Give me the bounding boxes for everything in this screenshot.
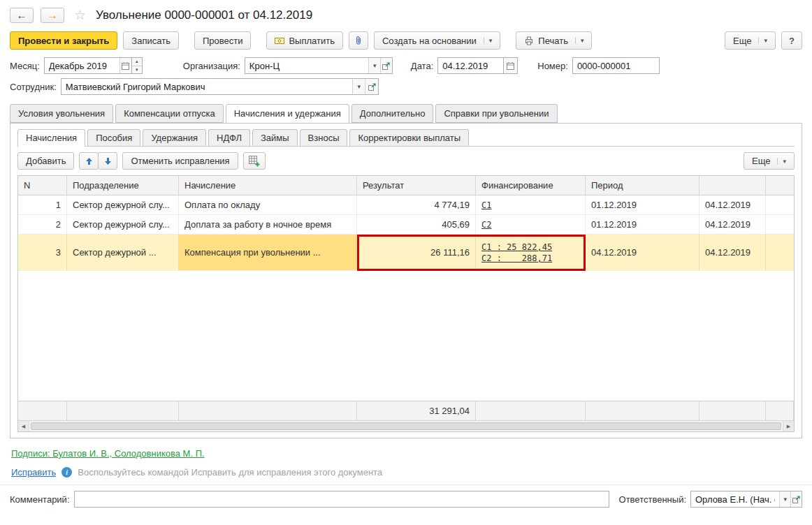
- cancel-corrections-button[interactable]: Отменить исправления: [122, 152, 238, 170]
- attach-button[interactable]: [349, 31, 368, 50]
- tab-vacation-compensation[interactable]: Компенсации отпуска: [115, 104, 224, 123]
- scroll-thumb[interactable]: [31, 422, 781, 430]
- tab-additional[interactable]: Дополнительно: [351, 104, 434, 123]
- subtab-loans[interactable]: Займы: [252, 129, 298, 146]
- financing-link[interactable]: С2 : 288,71: [481, 253, 552, 263]
- date-calendar-button[interactable]: [504, 58, 517, 73]
- cell-result[interactable]: 4 774,19: [357, 195, 476, 214]
- cell-department[interactable]: Сектор дежурной слу...: [67, 195, 179, 214]
- column-header-extra[interactable]: [766, 176, 794, 195]
- table-row[interactable]: 2 Сектор дежурной слу... Доплата за рабо…: [18, 215, 794, 235]
- column-header-n[interactable]: N: [18, 176, 67, 195]
- financing-link[interactable]: С2: [481, 220, 491, 230]
- comment-label: Комментарий:: [10, 494, 70, 505]
- responsible-open-button[interactable]: [790, 491, 802, 507]
- month-input[interactable]: [45, 58, 119, 73]
- subtab-payment-adjustments[interactable]: Корректировки выплаты: [349, 129, 469, 146]
- date-input[interactable]: [438, 58, 503, 73]
- nav-forward-button[interactable]: →: [41, 8, 64, 23]
- column-header-result[interactable]: Результат: [357, 176, 476, 195]
- employee-open-button[interactable]: [365, 79, 377, 94]
- cell-accrual[interactable]: Доплата за работу в ночное время: [179, 215, 357, 234]
- horizontal-scrollbar[interactable]: ◀ ▶: [18, 420, 794, 431]
- fix-hint: Воспользуйтесь командой Исправить для ис…: [78, 467, 382, 478]
- financing-link[interactable]: С1 : 25 822,45: [481, 242, 552, 252]
- cell-period-end[interactable]: 04.12.2019: [699, 215, 766, 234]
- signatures-link[interactable]: Подписи: Булатов И. В., Солодовникова М.…: [11, 448, 205, 459]
- financing-link[interactable]: С1: [481, 200, 491, 210]
- cell-financing[interactable]: С1 : 25 822,45 С2 : 288,71: [476, 235, 586, 270]
- cell-n[interactable]: 1: [18, 195, 67, 214]
- cell-n[interactable]: 2: [18, 215, 67, 234]
- cell-department[interactable]: Сектор дежурной ...: [67, 235, 179, 270]
- fix-link[interactable]: Исправить: [11, 467, 56, 478]
- scroll-left-button[interactable]: ◀: [18, 421, 29, 431]
- cell-period-end[interactable]: 04.12.2019: [699, 235, 766, 270]
- add-button[interactable]: Добавить: [17, 152, 74, 170]
- column-header-period[interactable]: Период: [586, 176, 699, 195]
- column-header-accrual[interactable]: Начисление: [179, 176, 357, 195]
- cell-accrual-selected[interactable]: Компенсация при увольнении ...: [179, 235, 357, 270]
- spinner-up-button[interactable]: ▲: [132, 58, 142, 66]
- subtab-ndfl[interactable]: НДФЛ: [208, 129, 250, 146]
- print-button[interactable]: Печать ▾: [516, 31, 592, 50]
- number-input[interactable]: [573, 58, 659, 73]
- tab-dismissal-certificates[interactable]: Справки при увольнении: [435, 104, 557, 123]
- cell-extra[interactable]: [766, 215, 794, 234]
- organization-input[interactable]: [245, 58, 368, 73]
- change-form-button[interactable]: [243, 152, 266, 170]
- scroll-right-button[interactable]: ▶: [783, 421, 794, 431]
- table-row[interactable]: 1 Сектор дежурной слу... Оплата по оклад…: [18, 195, 794, 215]
- cell-n[interactable]: 3: [18, 235, 67, 270]
- cell-extra[interactable]: [766, 235, 794, 270]
- cell-period-start[interactable]: 01.12.2019: [586, 195, 699, 214]
- cell-financing[interactable]: С2: [476, 215, 586, 234]
- spinner-down-button[interactable]: ▼: [132, 66, 142, 74]
- cell-department[interactable]: Сектор дежурной слу...: [67, 215, 179, 234]
- employee-dropdown-button[interactable]: ▾: [352, 79, 365, 94]
- subtab-benefits[interactable]: Пособия: [87, 129, 140, 146]
- move-down-button[interactable]: [98, 152, 117, 170]
- cell-extra[interactable]: [766, 195, 794, 214]
- month-calendar-button[interactable]: [119, 58, 131, 73]
- post-button[interactable]: Провести: [194, 31, 252, 50]
- responsible-dropdown-button[interactable]: ▾: [779, 491, 790, 507]
- responsible-input[interactable]: [691, 491, 779, 507]
- more-button[interactable]: Еще ▾: [725, 31, 776, 50]
- cell-period-start[interactable]: 04.12.2019: [586, 235, 699, 270]
- cell-period-end[interactable]: 04.12.2019: [699, 195, 766, 214]
- organization-dropdown-button[interactable]: ▾: [368, 58, 380, 73]
- employee-label: Сотрудник:: [10, 82, 57, 92]
- help-button[interactable]: ?: [781, 31, 802, 50]
- cell-result[interactable]: 405,69: [357, 215, 476, 234]
- tab-accruals-deductions[interactable]: Начисления и удержания: [226, 104, 349, 123]
- column-header-department[interactable]: Подразделение: [67, 176, 179, 195]
- create-on-basis-button[interactable]: Создать на основании ▾: [374, 31, 500, 50]
- calendar-icon: [121, 61, 130, 71]
- grid-empty-area[interactable]: [18, 271, 794, 401]
- subtab-deductions[interactable]: Удержания: [143, 129, 206, 146]
- cell-result[interactable]: 26 111,16: [357, 235, 476, 270]
- total-result: 31 291,04: [357, 401, 476, 420]
- favorite-star-icon[interactable]: ☆: [74, 7, 86, 23]
- subtab-accruals[interactable]: Начисления: [17, 129, 85, 146]
- employee-input[interactable]: [61, 79, 352, 94]
- fields-row-2: Сотрудник: ▾: [0, 76, 812, 97]
- tab-dismissal-conditions[interactable]: Условия увольнения: [10, 104, 113, 123]
- post-and-close-button[interactable]: Провести и закрыть: [10, 31, 117, 50]
- write-button[interactable]: Записать: [123, 31, 179, 50]
- column-header-financing[interactable]: Финансирование: [476, 176, 586, 195]
- nav-back-button[interactable]: ←: [10, 8, 34, 23]
- comment-input[interactable]: [75, 491, 609, 507]
- subtab-contributions[interactable]: Взносы: [300, 129, 348, 146]
- pay-button[interactable]: Выплатить: [266, 31, 343, 50]
- cell-period-start[interactable]: 01.12.2019: [586, 215, 699, 234]
- table-row-selected[interactable]: 3 Сектор дежурной ... Компенсация при ув…: [18, 235, 794, 271]
- fields-row-1: Месяц: ▲ ▼ Организация: ▾ Дата: Ном: [0, 55, 812, 76]
- organization-open-button[interactable]: [380, 58, 392, 73]
- grid-more-button[interactable]: Еще ▾: [744, 152, 795, 170]
- cell-financing[interactable]: С1: [476, 195, 586, 214]
- column-header-period-end[interactable]: [699, 176, 766, 195]
- cell-accrual[interactable]: Оплата по окладу: [179, 195, 357, 214]
- move-up-button[interactable]: [79, 152, 99, 170]
